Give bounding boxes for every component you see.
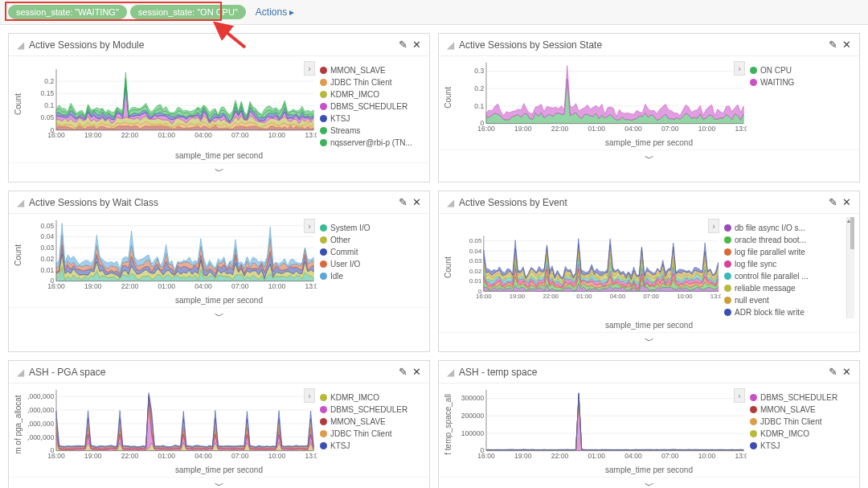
legend-item[interactable]: MMON_SLAVE — [320, 64, 424, 76]
svg-text:300000: 300000 — [461, 394, 485, 402]
chart-area[interactable]: › 00.010.020.030.040.0516:0019:0022:0001… — [457, 217, 721, 318]
actions-menu[interactable]: Actions ▸ — [256, 6, 295, 18]
collapse-button[interactable]: ﹀ — [9, 477, 429, 488]
legend-item[interactable]: ON CPU — [750, 64, 854, 76]
legend-item[interactable]: KTSJ — [750, 440, 854, 452]
svg-text:13:00: 13:00 — [305, 131, 317, 139]
legend-item[interactable]: WAITING — [750, 76, 854, 88]
collapse-button[interactable]: ﹀ — [439, 332, 859, 351]
svg-text:0.03: 0.03 — [41, 244, 55, 252]
edit-button[interactable]: ✎ — [829, 366, 837, 378]
svg-text:01:00: 01:00 — [588, 452, 606, 460]
legend-item[interactable]: KDMR_IMCO — [320, 88, 424, 100]
svg-text:0.04: 0.04 — [469, 248, 482, 255]
svg-text:0.1: 0.1 — [44, 101, 54, 109]
collapse-button[interactable]: ﹀ — [9, 162, 429, 182]
legend-label: Commit — [330, 246, 358, 258]
legend-item[interactable]: System I/O — [320, 222, 424, 234]
legend-item[interactable]: KDMR_IMCO — [750, 428, 854, 440]
legend-label: JDBC Thin Client — [330, 76, 392, 88]
edit-button[interactable]: ✎ — [399, 366, 407, 378]
legend-item[interactable]: log file parallel write — [724, 246, 843, 258]
svg-text:0.01: 0.01 — [469, 277, 481, 285]
expand-button[interactable]: › — [708, 219, 719, 233]
remove-button[interactable]: ✕ — [842, 39, 851, 51]
legend-item[interactable]: KTSJ — [320, 440, 424, 452]
legend-item[interactable]: Idle — [320, 270, 424, 282]
panel-header: ◢ ASH - temp space ✎ ✕ — [439, 361, 859, 383]
collapse-button[interactable]: ﹀ — [9, 307, 429, 326]
svg-text:0.05: 0.05 — [41, 113, 55, 121]
legend-item[interactable]: oracle thread boot... — [724, 234, 843, 246]
remove-button[interactable]: ✕ — [842, 366, 851, 378]
svg-text:0.2: 0.2 — [474, 84, 484, 92]
legend-item[interactable]: Streams — [320, 125, 424, 137]
legend-item[interactable]: DBMS_SCHEDULER — [750, 392, 854, 404]
x-axis-label: sample_time per second — [9, 150, 429, 162]
legend-item[interactable]: Commit — [320, 246, 424, 258]
chart-area[interactable]: › 010000020000030000016:0019:0022:0001:0… — [457, 387, 747, 463]
legend: DBMS_SCHEDULERMMON_SLAVEJDBC Thin Client… — [750, 387, 854, 463]
svg-text:0.1: 0.1 — [474, 102, 484, 110]
legend-item[interactable]: ADR block file write — [724, 306, 843, 318]
expand-button[interactable]: › — [304, 388, 315, 403]
chart-icon: ◢ — [17, 367, 24, 378]
expand-button[interactable]: › — [304, 61, 315, 76]
chart-icon: ◢ — [17, 197, 24, 208]
legend-item[interactable]: KDMR_IMCO — [320, 392, 424, 404]
chart-icon: ◢ — [447, 367, 454, 378]
legend-item[interactable]: DBMS_SCHEDULER — [320, 100, 424, 113]
edit-button[interactable]: ✎ — [399, 196, 407, 208]
svg-text:0.01: 0.01 — [41, 266, 55, 274]
legend-item[interactable]: Other — [320, 234, 424, 246]
panel-event: ◢ Active Sessions by Event ✎ ✕ Count › 0… — [438, 191, 860, 352]
legend-swatch — [724, 236, 731, 244]
remove-button[interactable]: ✕ — [412, 39, 421, 51]
panel-header: ◢ Active Sessions by Wait Class ✎ ✕ — [9, 191, 429, 214]
remove-button[interactable]: ✕ — [412, 196, 421, 208]
expand-button[interactable]: › — [734, 388, 745, 403]
legend-swatch — [320, 418, 327, 425]
legend-item[interactable]: log file sync — [724, 258, 843, 270]
expand-button[interactable]: › — [734, 61, 745, 76]
legend-item[interactable]: db file async I/O s... — [724, 222, 843, 234]
filter-pill-oncpu[interactable]: session_state: "ON CPU" — [130, 5, 246, 19]
remove-button[interactable]: ✕ — [842, 196, 851, 208]
remove-button[interactable]: ✕ — [412, 366, 421, 378]
legend-item[interactable]: reliable message — [724, 282, 843, 294]
legend-item[interactable]: control file parallel ... — [724, 270, 843, 282]
collapse-button[interactable]: ﹀ — [439, 150, 859, 169]
chart-area[interactable]: › 00.010.020.030.040.0516:0019:0022:0001… — [27, 217, 317, 293]
legend: KDMR_IMCODBMS_SCHEDULERMMON_SLAVEJDBC Th… — [320, 387, 424, 463]
svg-text:19:00: 19:00 — [84, 282, 102, 290]
edit-button[interactable]: ✎ — [399, 39, 407, 51]
legend-item[interactable]: JDBC Thin Client — [320, 76, 424, 88]
legend: MMON_SLAVEJDBC Thin ClientKDMR_IMCODBMS_… — [320, 59, 424, 149]
legend-item[interactable]: DBMS_SCHEDULER — [320, 404, 424, 416]
legend-swatch — [750, 79, 757, 86]
chart-area[interactable]: › 010,000,00020,000,00030,000,00040,000,… — [27, 387, 317, 463]
legend-scrollbar[interactable]: ▴ — [846, 217, 854, 318]
chart-area[interactable]: › 00.10.20.316:0019:0022:0001:0004:0007:… — [457, 59, 747, 136]
legend-item[interactable]: nqsserver@rbi-p (TN... — [320, 137, 424, 149]
edit-button[interactable]: ✎ — [829, 39, 837, 51]
collapse-button[interactable]: ﹀ — [439, 477, 859, 488]
svg-text:0.15: 0.15 — [41, 89, 55, 97]
legend-label: System I/O — [330, 222, 370, 234]
edit-button[interactable]: ✎ — [829, 196, 837, 208]
legend-item[interactable]: JDBC Thin Client — [320, 428, 424, 440]
expand-button[interactable]: › — [304, 219, 315, 233]
legend-swatch — [320, 103, 327, 110]
legend-swatch — [320, 224, 327, 232]
legend-item[interactable]: MMON_SLAVE — [320, 416, 424, 428]
chart-area[interactable]: › 00.050.10.150.216:0019:0022:0001:0004:… — [27, 59, 317, 149]
legend-item[interactable]: null event — [724, 294, 843, 306]
legend-item[interactable]: MMON_SLAVE — [750, 404, 854, 416]
svg-text:16:00: 16:00 — [477, 452, 495, 460]
legend-item[interactable]: JDBC Thin Client — [750, 416, 854, 428]
legend-swatch — [724, 309, 731, 316]
legend-label: User I/O — [330, 258, 360, 270]
filter-pill-waiting[interactable]: session_state: "WAITING" — [8, 5, 127, 19]
legend-item[interactable]: KTSJ — [320, 113, 424, 125]
legend-item[interactable]: User I/O — [320, 258, 424, 270]
